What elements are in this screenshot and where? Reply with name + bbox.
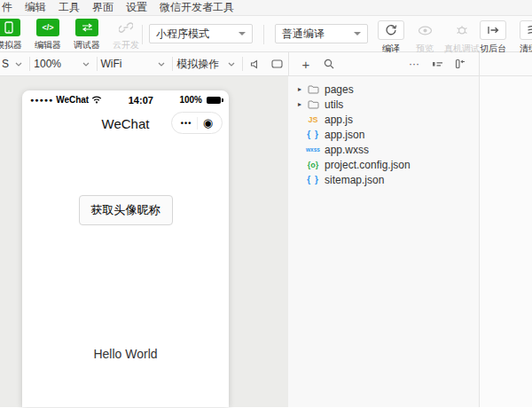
plus-icon: + bbox=[302, 57, 310, 72]
file-name: pages bbox=[325, 83, 354, 96]
screenshot-icon bbox=[271, 59, 283, 68]
folder-icon bbox=[304, 100, 322, 109]
preview-button[interactable]: 预览 bbox=[409, 20, 441, 55]
menu-devtools[interactable]: 微信开发者工具 bbox=[153, 0, 240, 15]
compile-button[interactable]: 编译 bbox=[375, 20, 407, 55]
file-type-json-icon: { } bbox=[304, 129, 322, 139]
speaker-icon bbox=[250, 59, 260, 69]
mini-program-page: 获取头像昵称 bbox=[22, 137, 229, 225]
collapse-all-button[interactable] bbox=[426, 59, 449, 68]
eye-icon bbox=[411, 20, 438, 40]
status-left: ●●●●● WeChat bbox=[30, 95, 102, 105]
compile-mode-dropdown[interactable]: 普通编译 bbox=[275, 24, 368, 43]
tree-item-app.json[interactable]: { }app.json bbox=[288, 127, 479, 142]
tree-item-pages[interactable]: ▸pages bbox=[288, 82, 479, 97]
clock-label: 14:07 bbox=[129, 95, 153, 106]
device-dropdown-value: S bbox=[2, 58, 9, 70]
file-type-config-icon: {o} bbox=[304, 161, 322, 169]
simulator-button[interactable]: 模拟器 bbox=[0, 19, 28, 51]
collapse-list-icon bbox=[432, 59, 443, 68]
cloud-dev-button[interactable]: 云开发 bbox=[106, 19, 145, 51]
file-name: app.json bbox=[325, 129, 364, 141]
capsule-more-icon[interactable]: ••• bbox=[181, 119, 192, 128]
compile-mode-value: 普通编译 bbox=[282, 27, 325, 42]
menu-settings[interactable]: 设置 bbox=[120, 0, 153, 15]
tree-item-project.config.json[interactable]: {o}project.config.json bbox=[288, 157, 479, 172]
debugger-button[interactable]: 调试器 bbox=[67, 19, 106, 51]
capsule-divider bbox=[197, 117, 198, 129]
debugger-label: 调试器 bbox=[67, 39, 106, 51]
chevron-down-icon bbox=[239, 32, 246, 35]
search-button[interactable] bbox=[317, 59, 340, 69]
tree-item-utils[interactable]: ▸utils bbox=[288, 97, 479, 112]
link-icon bbox=[114, 19, 137, 36]
simulator-label: 模拟器 bbox=[0, 39, 28, 51]
expand-arrow-icon[interactable]: ▸ bbox=[295, 100, 304, 108]
clear-cache-button[interactable]: 清缓存 bbox=[512, 20, 532, 55]
compile-label: 编译 bbox=[375, 43, 407, 55]
capsule-home-icon[interactable]: ◉ bbox=[203, 117, 213, 129]
device-dropdown[interactable]: S bbox=[0, 52, 29, 75]
chevron-down-icon bbox=[354, 32, 361, 35]
simulator-controls: S 100% WiFi 模拟操作 bbox=[0, 52, 288, 75]
phone-icon bbox=[0, 19, 20, 36]
menu-view[interactable]: 界面 bbox=[86, 0, 120, 15]
tree-item-app.js[interactable]: JSapp.js bbox=[288, 112, 479, 127]
menu-tools[interactable]: 工具 bbox=[52, 0, 86, 15]
tree-toolbar-left: + bbox=[294, 57, 340, 72]
clear-cache-label: 清缓存 bbox=[512, 43, 532, 55]
file-tree: ▸pages▸utilsJSapp.js{ }app.jsonwxssapp.w… bbox=[288, 76, 479, 407]
more-options-button[interactable]: ··· bbox=[403, 58, 426, 70]
file-name: sitemap.json bbox=[325, 174, 384, 186]
phone-simulator: ●●●●● WeChat 14:07 100% WeChat ••• ◉ bbox=[22, 90, 229, 407]
mode-dropdown[interactable]: 小程序模式 bbox=[149, 24, 253, 43]
debug-arrows-icon bbox=[75, 19, 98, 36]
file-type-json-icon: { } bbox=[304, 175, 322, 184]
wifi-icon bbox=[91, 96, 102, 104]
code-icon: </> bbox=[36, 19, 59, 36]
simulate-action-value: 模拟操作 bbox=[176, 57, 219, 72]
file-name: app.js bbox=[325, 114, 353, 126]
chevron-down-icon bbox=[82, 62, 90, 67]
capsule-button[interactable]: ••• ◉ bbox=[171, 112, 223, 134]
ellipsis-icon: ··· bbox=[409, 58, 419, 70]
file-name: utils bbox=[325, 98, 343, 111]
expand-arrow-icon[interactable]: ▸ bbox=[295, 85, 304, 93]
refresh-icon bbox=[378, 20, 404, 40]
menu-bar: 件 编辑 工具 界面 设置 微信开发者工具 bbox=[0, 0, 532, 16]
file-type-js-icon: JS bbox=[304, 115, 322, 124]
chevron-down-icon bbox=[15, 62, 22, 67]
hide-sidebar-button[interactable] bbox=[449, 59, 472, 69]
chevron-down-icon bbox=[228, 62, 235, 67]
dock-arrow-icon bbox=[455, 59, 466, 69]
tree-toolbar-right: ··· bbox=[403, 58, 472, 70]
tree-item-sitemap.json[interactable]: { }sitemap.json bbox=[288, 172, 479, 187]
new-file-button[interactable]: + bbox=[294, 57, 317, 72]
editor-button[interactable]: </> 编辑器 bbox=[28, 19, 67, 51]
cloud-dev-label: 云开发 bbox=[106, 39, 145, 51]
battery-percent-label: 100% bbox=[179, 95, 202, 105]
simulate-action-dropdown[interactable]: 模拟操作 bbox=[173, 52, 242, 75]
bug-icon bbox=[449, 20, 475, 40]
network-dropdown[interactable]: WiFi bbox=[97, 52, 172, 75]
layers-icon bbox=[520, 20, 532, 40]
search-icon bbox=[324, 59, 334, 69]
toolbar-divider bbox=[263, 25, 264, 44]
status-right: 100% bbox=[179, 95, 221, 105]
folder-icon bbox=[304, 85, 322, 94]
sound-button[interactable] bbox=[243, 52, 265, 75]
file-tree-toolbar: + ··· bbox=[288, 52, 479, 75]
menu-file[interactable]: 件 bbox=[0, 0, 19, 15]
screenshot-button[interactable] bbox=[266, 52, 288, 75]
switch-background-button[interactable]: 切后台 bbox=[473, 20, 513, 55]
zoom-dropdown[interactable]: 100% bbox=[30, 52, 96, 75]
mode-dropdown-value: 小程序模式 bbox=[156, 27, 209, 42]
get-avatar-button[interactable]: 获取头像昵称 bbox=[79, 195, 173, 225]
zoom-dropdown-value: 100% bbox=[34, 58, 61, 70]
carrier-label: WeChat bbox=[56, 95, 89, 105]
preview-label: 预览 bbox=[409, 43, 441, 55]
battery-icon bbox=[207, 97, 221, 104]
secondary-toolbar: S 100% WiFi 模拟操作 + bbox=[0, 52, 532, 76]
tree-item-app.wxss[interactable]: wxssapp.wxss bbox=[288, 142, 479, 157]
menu-edit[interactable]: 编辑 bbox=[19, 0, 52, 15]
